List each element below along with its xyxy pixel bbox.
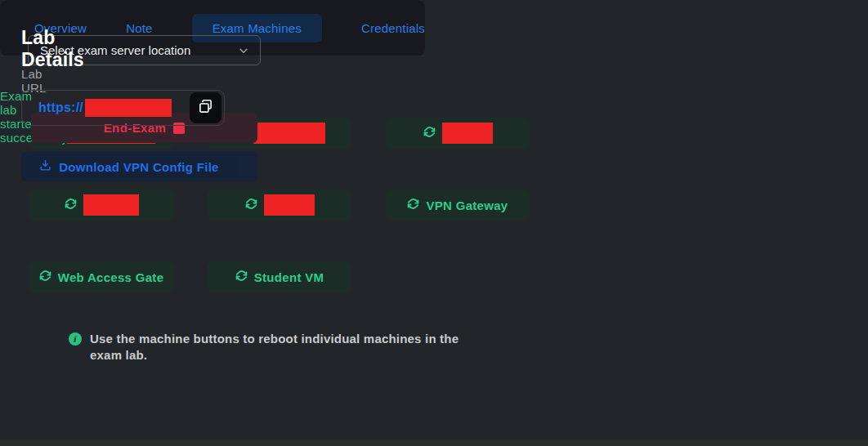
footer-strip — [0, 439, 868, 446]
lab-url-value: https:// 5000 — [38, 99, 172, 117]
machine-reboot-button-vpn-gateway[interactable]: VPN Gateway — [386, 190, 530, 221]
lab-details-title: Lab Details — [21, 27, 84, 71]
machine-reboot-button[interactable] — [208, 190, 351, 221]
copy-url-button[interactable] — [190, 92, 221, 123]
lab-url-field[interactable]: https:// 5000 — [21, 90, 225, 126]
chevron-down-icon — [238, 45, 249, 56]
machine-reboot-button-student-vm[interactable]: Student VM — [208, 261, 351, 292]
machine-label: VPN Gateway — [426, 198, 508, 212]
reboot-note: i Use the machine buttons to reboot indi… — [69, 331, 477, 364]
download-vpn-config-label: Download VPN Config File — [59, 160, 219, 174]
tab-note[interactable]: Note — [126, 21, 153, 35]
download-icon — [39, 159, 51, 174]
info-icon: i — [69, 332, 82, 346]
lab-url-prefix: https:// — [38, 100, 83, 115]
machine-reboot-button[interactable] — [386, 118, 530, 149]
machine-reboot-button[interactable] — [29, 190, 173, 221]
refresh-icon — [65, 198, 77, 212]
download-vpn-config-button[interactable]: Download VPN Config File — [21, 152, 237, 181]
refresh-icon — [39, 270, 51, 284]
reboot-note-text: Use the machine buttons to reboot indivi… — [90, 331, 477, 364]
refresh-icon — [245, 198, 257, 212]
machine-grid: VPN Gateway Web Access Gate Student VM — [29, 118, 530, 292]
redacted-machine-name — [442, 123, 493, 144]
redacted-machine-name — [253, 123, 325, 144]
refresh-icon — [423, 126, 436, 140]
machine-reboot-button-web-access-gateway[interactable]: Web Access Gate — [29, 261, 173, 292]
redacted-url-host — [85, 99, 172, 117]
tab-credentials[interactable]: Credentials — [361, 21, 425, 35]
redacted-machine-name — [83, 194, 139, 216]
copy-icon — [199, 100, 213, 116]
machine-label: Web Access Gate — [58, 270, 164, 284]
redacted-machine-name — [264, 194, 315, 216]
refresh-icon — [407, 198, 419, 212]
machine-label: Student VM — [254, 270, 324, 284]
refresh-icon — [235, 270, 248, 284]
